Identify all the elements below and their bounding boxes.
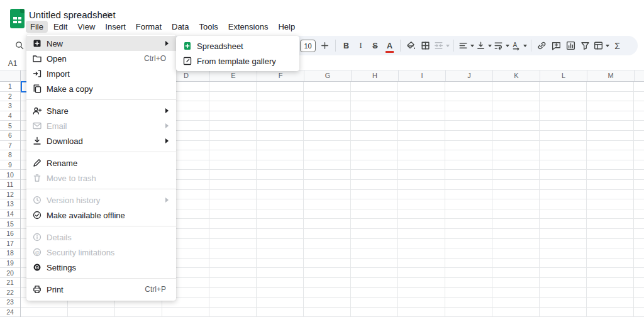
name-box[interactable]: A1 — [0, 57, 25, 70]
row-header[interactable]: 16 — [0, 229, 20, 239]
column-header[interactable]: H — [351, 70, 398, 81]
row-header[interactable]: 3 — [0, 101, 20, 111]
toolbar-button[interactable]: A — [510, 38, 528, 54]
menubar-item[interactable]: Data — [167, 21, 193, 33]
submenu-item[interactable]: Spreadsheet — [176, 38, 299, 53]
sigma-icon: Σ — [614, 41, 620, 51]
menubar-item[interactable]: Insert — [101, 21, 130, 33]
row-header[interactable]: 9 — [0, 160, 20, 170]
toolbar-button[interactable] — [578, 38, 592, 54]
toolbar-items: 10 B I — [300, 36, 625, 55]
row-header[interactable]: 21 — [0, 278, 20, 288]
menu-item-label: Details — [47, 233, 72, 242]
column-header[interactable]: F — [257, 70, 304, 81]
row-header[interactable]: 11 — [0, 180, 20, 190]
menubar-item[interactable]: File — [26, 21, 48, 33]
column-header[interactable]: M — [587, 70, 634, 81]
toolbar-button[interactable]: B — [339, 38, 353, 54]
file-menu-item[interactable]: @ Security limitations — [26, 245, 176, 260]
font-size-input[interactable]: 10 — [300, 40, 316, 52]
file-menu-item[interactable]: Move to trash — [26, 170, 176, 186]
file-menu-item[interactable]: Print Ctrl+P — [26, 282, 176, 297]
column-header[interactable]: J — [445, 70, 492, 81]
toolbar-button[interactable]: A — [382, 38, 397, 54]
toolbar-button[interactable] — [592, 38, 610, 54]
menubar-item[interactable]: View — [73, 21, 99, 33]
download-icon — [32, 136, 42, 146]
row-header[interactable]: 10 — [0, 170, 20, 180]
file-menu-item[interactable]: Import — [26, 66, 176, 81]
file-menu-item[interactable]: New — [26, 36, 176, 51]
toolbar-button[interactable] — [433, 38, 450, 54]
toolbar-button[interactable] — [404, 38, 418, 54]
row-header[interactable]: 13 — [0, 199, 20, 209]
toolbar-button[interactable] — [535, 38, 549, 54]
link-icon — [536, 40, 547, 51]
menubar-item[interactable]: Edit — [49, 21, 72, 33]
row-header[interactable]: 14 — [0, 209, 20, 220]
grid-corner[interactable] — [0, 70, 21, 82]
row-header[interactable]: 5 — [0, 121, 20, 131]
menubar-item[interactable]: Tools — [194, 21, 222, 33]
menubar-item[interactable]: Extensions — [224, 21, 273, 33]
file-menu-item[interactable]: Rename — [26, 155, 176, 170]
borders-icon — [420, 40, 431, 51]
row-header[interactable]: 15 — [0, 219, 20, 229]
row-header[interactable]: 24 — [0, 308, 20, 317]
row-header[interactable]: 1 — [0, 82, 20, 92]
row-header[interactable]: 7 — [0, 141, 20, 151]
toolbar-button[interactable] — [549, 38, 564, 54]
row-header[interactable]: 18 — [0, 248, 20, 259]
menubar-item[interactable]: Format — [131, 21, 166, 33]
file-menu-item[interactable]: Share — [26, 103, 176, 118]
row-header[interactable]: 20 — [0, 268, 20, 278]
row-header[interactable]: 12 — [0, 190, 20, 200]
menu-item-label: Import — [47, 69, 70, 79]
file-menu-item[interactable]: Settings — [26, 260, 176, 275]
file-menu-item[interactable]: Open Ctrl+O — [26, 51, 176, 66]
file-menu-item[interactable]: Version history — [26, 192, 176, 208]
bold-icon: B — [343, 42, 349, 50]
toolbar-separator — [335, 40, 336, 52]
toolbar-button[interactable] — [492, 38, 510, 54]
toolbar-button[interactable]: S — [368, 38, 382, 54]
menu-separator — [26, 152, 176, 152]
row-header[interactable]: 4 — [0, 111, 20, 121]
row-header[interactable]: 2 — [0, 92, 20, 102]
star-icon[interactable]: ☆ — [104, 9, 112, 21]
chevron-down-icon — [470, 45, 474, 47]
row-header[interactable]: 8 — [0, 150, 20, 160]
menu-item-label: Move to trash — [47, 174, 96, 183]
submenu-item[interactable]: From template gallery — [176, 53, 299, 69]
menubar-item[interactable]: Help — [274, 21, 299, 33]
sheets-logo-icon[interactable] — [10, 9, 25, 28]
column-header[interactable]: I — [398, 70, 445, 81]
toolbar-button[interactable] — [318, 38, 332, 54]
file-menu-item[interactable]: Make available offline — [26, 208, 176, 223]
column-header[interactable]: L — [540, 70, 587, 81]
row-header[interactable]: 19 — [0, 259, 20, 269]
file-menu-item[interactable]: Make a copy — [26, 81, 176, 96]
column-header[interactable]: G — [304, 70, 351, 81]
column-header[interactable]: E — [209, 70, 257, 81]
row-header[interactable]: 23 — [0, 298, 20, 308]
toolbar-button[interactable] — [564, 38, 578, 54]
file-menu-item[interactable]: Download — [26, 133, 176, 148]
toolbar-button[interactable]: Σ — [610, 38, 625, 54]
toolbar-button[interactable] — [418, 38, 433, 54]
toolbar-button[interactable]: I — [353, 38, 368, 54]
row-header[interactable]: 6 — [0, 131, 20, 141]
row-header[interactable]: 22 — [0, 287, 20, 298]
column-header[interactable]: K — [492, 70, 540, 81]
search-icon[interactable] — [13, 39, 26, 53]
file-menu-item[interactable]: Details — [26, 230, 176, 245]
menu-item-label: Rename — [47, 158, 77, 168]
merge-cells-icon — [433, 40, 444, 51]
file-menu-item[interactable]: Email — [26, 118, 176, 133]
row-header[interactable]: 17 — [0, 239, 20, 249]
toolbar-button[interactable] — [457, 38, 475, 54]
menu-item-label: New — [47, 39, 63, 48]
toolbar-button[interactable] — [475, 38, 492, 54]
document-title[interactable]: Untitled spreadsheet — [29, 9, 116, 20]
table-views-icon — [593, 40, 604, 51]
